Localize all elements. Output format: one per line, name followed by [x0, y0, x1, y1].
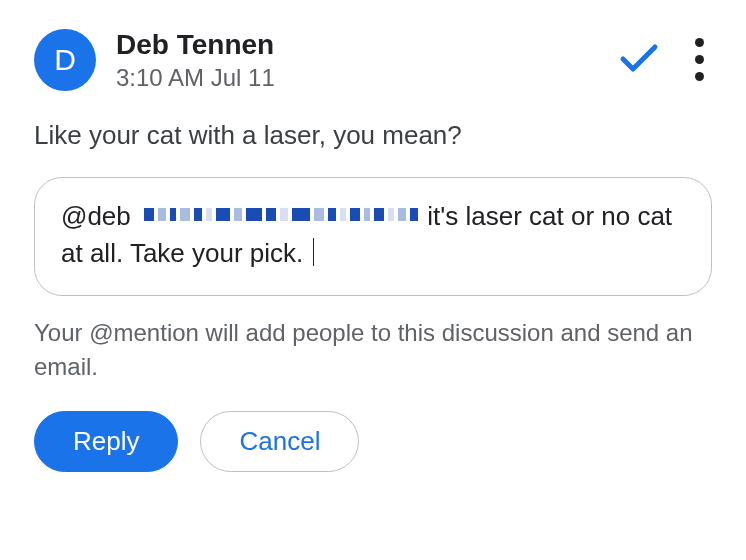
author-block: Deb Tennen 3:10 AM Jul 11 [116, 28, 599, 92]
action-buttons: Reply Cancel [34, 411, 712, 472]
reply-button[interactable]: Reply [34, 411, 178, 472]
cancel-button[interactable]: Cancel [200, 411, 359, 472]
comment-header: D Deb Tennen 3:10 AM Jul 11 [34, 28, 712, 92]
mention-helper-text: Your @mention will add people to this di… [34, 316, 712, 383]
resolve-check-icon[interactable] [619, 41, 659, 79]
comment-body: Like your cat with a laser, you mean? [34, 120, 712, 151]
reply-input[interactable]: @deb it's laser cat or no cat at all. T [34, 177, 712, 296]
avatar: D [34, 29, 96, 91]
more-options-icon[interactable] [691, 34, 708, 85]
mention-chip: @deb [61, 201, 131, 231]
comment-timestamp: 3:10 AM Jul 11 [116, 64, 599, 92]
redacted-text [144, 208, 418, 221]
text-cursor [313, 238, 315, 266]
author-name: Deb Tennen [116, 28, 599, 62]
avatar-initial: D [54, 43, 76, 77]
